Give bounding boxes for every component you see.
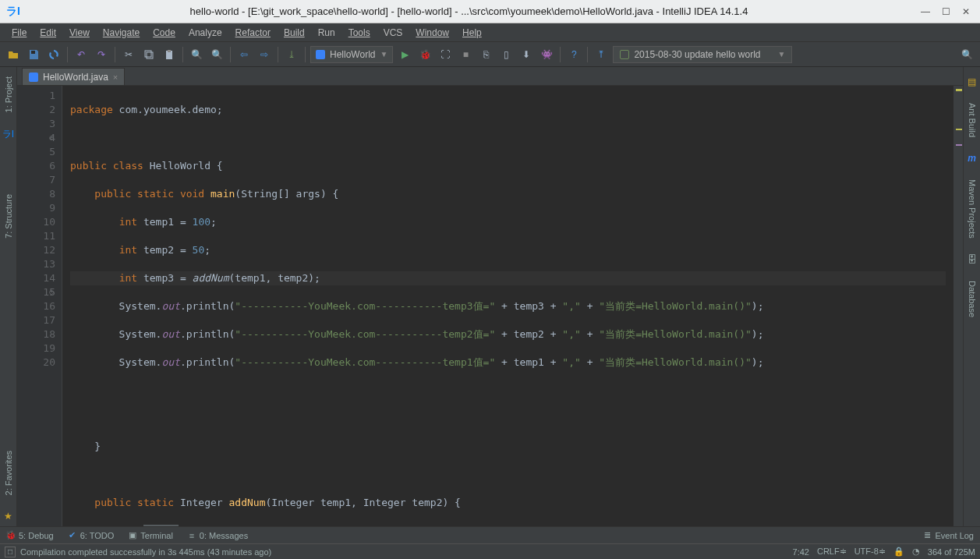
help-icon[interactable]: ? (565, 46, 582, 63)
file-encoding[interactable]: UTF-8≑ (854, 547, 886, 557)
paste-icon[interactable] (161, 46, 178, 63)
stop-icon[interactable]: ■ (457, 46, 474, 63)
menu-help[interactable]: Help (457, 26, 487, 40)
window-controls: — ☐ ✕ (916, 4, 975, 19)
caret-position[interactable]: 7:42 (793, 547, 809, 557)
star-icon: ★ (2, 506, 14, 526)
debug-icon[interactable]: 🐞 (416, 46, 433, 63)
todo-icon: ✔ (68, 531, 77, 540)
tool-ant-build[interactable]: Ant Build (966, 98, 978, 142)
search-everywhere-icon[interactable]: 🔍 (958, 46, 975, 63)
class-icon (316, 50, 325, 59)
tool-project[interactable]: 1: Project (2, 72, 15, 117)
editor-tabs: HelloWorld.java × (17, 67, 963, 86)
maven-m-icon: m (966, 148, 978, 168)
cut-icon[interactable]: ✂ (120, 46, 137, 63)
dropdown-arrow-icon: ▼ (777, 50, 785, 58)
tool-database[interactable]: Database (966, 276, 978, 322)
menu-vcs[interactable]: VCS (378, 26, 409, 40)
menu-run[interactable]: Run (313, 26, 341, 40)
vcs-update-icon[interactable]: ⤒ (593, 46, 610, 63)
inspect-icon[interactable]: ◔ (912, 547, 920, 557)
tool-maven[interactable]: Maven Projects (966, 175, 978, 243)
forward-icon[interactable]: ⇨ (256, 46, 273, 63)
menu-bar: File Edit View Navigate Code Analyze Ref… (0, 23, 980, 42)
menu-navigate[interactable]: Navigate (97, 26, 145, 40)
main-toolbar: ↶ ↷ ✂ 🔍 🔍 ⇦ ⇨ ⤓ HelloWorld ▼ ▶ 🐞 ⛶ ■ ⎘ ▯… (0, 42, 980, 67)
bug-icon: 🐞 (6, 531, 16, 540)
run-icon[interactable]: ▶ (396, 46, 413, 63)
log-icon: ≣ (922, 531, 932, 540)
code-content[interactable]: package com.youmeek.demo; public class H… (62, 86, 953, 526)
build-icon[interactable]: ⤓ (283, 46, 300, 63)
line-separator[interactable]: CRLF≑ (817, 547, 847, 557)
maximize-button[interactable]: ☐ (936, 4, 955, 19)
app-logo-icon: ラI (5, 3, 22, 20)
main-area: 1: Project ラI 7: Structure 2: Favorites … (0, 67, 980, 526)
run-config-selector[interactable]: HelloWorld ▼ (310, 46, 393, 63)
open-icon[interactable] (5, 46, 22, 63)
tool-event-log[interactable]: ≣Event Log (922, 531, 974, 540)
tool-messages[interactable]: ≡0: Messages (187, 531, 248, 540)
lock-icon[interactable]: 🔒 (893, 547, 904, 557)
save-icon[interactable] (25, 46, 42, 63)
tool-favorites[interactable]: 2: Favorites (2, 446, 15, 500)
vcs-branch-selector[interactable]: 2015-08-30 update hello world ▼ (613, 46, 792, 63)
menu-build[interactable]: Build (278, 26, 310, 40)
sync-icon[interactable] (45, 46, 62, 63)
find-icon[interactable]: 🔍 (188, 46, 205, 63)
memory-indicator[interactable]: 364 of 725M (928, 547, 975, 557)
menu-window[interactable]: Window (410, 26, 455, 40)
status-bar: □ Compilation completed successfully in … (0, 543, 980, 559)
sdk-icon[interactable]: ⬇ (518, 46, 535, 63)
editor-area: HelloWorld.java × 123 4⊖ 567 8910 111213… (17, 67, 963, 526)
svg-rect-4 (168, 50, 171, 52)
menu-code[interactable]: Code (147, 26, 181, 40)
left-tool-stripe: 1: Project ラI 7: Structure 2: Favorites … (0, 67, 17, 526)
replace-icon[interactable]: 🔍 (208, 46, 225, 63)
code-editor[interactable]: 123 4⊖ 567 8910 111213 14 15⊝ 161718 192… (17, 86, 963, 526)
title-bar: ラI hello-world - [E:\git_work_space\hell… (0, 0, 980, 23)
minimize-button[interactable]: — (916, 4, 935, 19)
project-pin-icon[interactable]: ラI (1, 123, 16, 146)
tool-terminal[interactable]: ▣Terminal (128, 531, 173, 540)
menu-analyze[interactable]: Analyze (183, 26, 228, 40)
avd-icon[interactable]: ▯ (497, 46, 515, 63)
dropdown-arrow-icon: ▼ (380, 50, 387, 58)
undo-icon[interactable]: ↶ (73, 46, 90, 63)
svg-rect-1 (145, 51, 151, 57)
window-title: hello-world - [E:\git_work_space\hello-w… (22, 5, 916, 17)
menu-file[interactable]: File (6, 26, 32, 40)
svg-rect-0 (31, 51, 35, 54)
terminal-icon: ▣ (128, 531, 137, 540)
menu-refactor[interactable]: Refactor (230, 26, 276, 40)
tool-todo[interactable]: ✔6: TODO (68, 531, 115, 540)
java-class-icon (29, 73, 38, 82)
menu-tools[interactable]: Tools (343, 26, 376, 40)
hide-tool-windows-icon[interactable]: □ (5, 547, 16, 557)
back-icon[interactable]: ⇦ (235, 46, 253, 63)
overview-ruler[interactable] (953, 86, 963, 526)
line-gutter[interactable]: 123 4⊖ 567 8910 111213 14 15⊝ 161718 192… (17, 86, 62, 526)
messages-icon: ≡ (187, 531, 196, 540)
tool-debug[interactable]: 🐞5: Debug (6, 531, 54, 540)
copy-icon[interactable] (140, 46, 157, 63)
tab-close-icon[interactable]: × (113, 73, 118, 82)
coverage-icon[interactable]: ⛶ (437, 46, 454, 63)
database-icon: 🗄 (966, 249, 978, 270)
tool-structure[interactable]: 7: Structure (2, 189, 15, 243)
right-tool-stripe: ▤ Ant Build m Maven Projects 🗄 Database (963, 67, 980, 526)
redo-icon[interactable]: ↷ (93, 46, 110, 63)
vcs-branch-label: 2015-08-30 update hello world (634, 49, 760, 60)
ant-icon: ▤ (966, 72, 978, 92)
menu-edit[interactable]: Edit (34, 26, 62, 40)
svg-rect-2 (147, 52, 153, 58)
close-button[interactable]: ✕ (957, 4, 975, 19)
tab-helloworld[interactable]: HelloWorld.java × (22, 68, 125, 85)
attach-icon[interactable]: ⎘ (477, 46, 494, 63)
tab-label: HelloWorld.java (43, 72, 108, 83)
bottom-tool-bar: 🐞5: Debug ✔6: TODO ▣Terminal ≡0: Message… (0, 526, 980, 543)
android-icon[interactable]: 👾 (538, 46, 555, 63)
menu-view[interactable]: View (64, 26, 95, 40)
status-message: Compilation completed successfully in 3s… (20, 547, 271, 557)
